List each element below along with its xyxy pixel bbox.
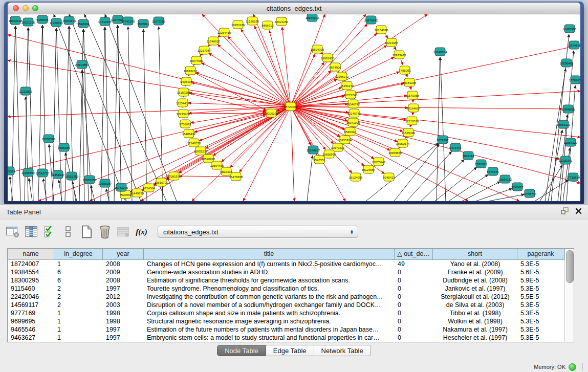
table-cell[interactable]: de Silva et al. (2003) bbox=[433, 301, 517, 309]
graph-node[interactable]: 7485063 bbox=[399, 66, 411, 74]
table-cell[interactable]: 2009 bbox=[103, 268, 144, 276]
table-cell[interactable]: 1 bbox=[54, 325, 103, 334]
table-cell[interactable]: 22420046 bbox=[8, 293, 54, 301]
graph-node[interactable]: 12210341 bbox=[559, 156, 573, 164]
table-cell[interactable]: Investigating the contribution of common… bbox=[144, 293, 395, 301]
function-builder-icon[interactable]: f(x) bbox=[134, 225, 149, 239]
table-cell[interactable]: Yano et al. (2008) bbox=[433, 260, 517, 268]
table-cell[interactable]: 18300295 bbox=[8, 276, 54, 285]
table-cell[interactable]: Hescheler et al. (1997) bbox=[433, 334, 517, 342]
graph-node[interactable]: 11771746 bbox=[344, 91, 358, 99]
table-cell[interactable]: Embryonic stem cells: a model to study s… bbox=[144, 334, 395, 342]
table-cell[interactable]: 6 bbox=[54, 276, 103, 285]
graph-node[interactable]: 16953233 bbox=[194, 147, 208, 155]
table-cell[interactable]: Corpus callosum shape and size in male p… bbox=[144, 309, 395, 317]
graph-node[interactable]: 12215403 bbox=[177, 110, 190, 118]
minimize-window-button[interactable] bbox=[23, 5, 29, 11]
graph-node[interactable]: 9405498 bbox=[180, 77, 192, 85]
graph-node[interactable]: 14654321 bbox=[557, 120, 571, 128]
table-row[interactable]: 911546021997Tourette syndrome. Phenomeno… bbox=[8, 285, 564, 293]
graph-node[interactable]: 16951189 bbox=[231, 20, 245, 29]
graph-node[interactable]: 16961426 bbox=[321, 54, 335, 62]
table-row[interactable]: 1830029562008Estimation of significance … bbox=[8, 276, 564, 285]
zoom-window-button[interactable] bbox=[32, 5, 38, 11]
graph-node[interactable]: 9474444 bbox=[449, 143, 462, 151]
graph-node[interactable]: 16124095 bbox=[349, 173, 363, 181]
table-cell[interactable]: Dudbridge et al. (2008) bbox=[433, 276, 517, 285]
network-canvas[interactable]: 1872400718300295122544191154660212217987… bbox=[8, 14, 580, 201]
column-width-icon[interactable] bbox=[24, 225, 38, 239]
network-graph[interactable]: 1872400718300295122544191154660212217987… bbox=[8, 14, 580, 201]
table-cell[interactable]: 6 bbox=[54, 268, 103, 276]
network-window[interactable]: citations_edges.txt 18724007183002951225… bbox=[4, 2, 584, 204]
delete-table-icon[interactable] bbox=[116, 225, 130, 239]
column-header-short[interactable]: short bbox=[433, 249, 517, 260]
table-cell[interactable]: Stergiakouli et al. (2012) bbox=[433, 293, 517, 301]
graph-node[interactable]: 18724007 bbox=[284, 102, 298, 111]
table-cell[interactable]: Estimation of significance thresholds fo… bbox=[144, 276, 395, 285]
graph-node[interactable]: 10164607 bbox=[407, 104, 421, 112]
table-cell[interactable]: 1 bbox=[54, 260, 103, 268]
table-cell[interactable]: Jankovic et al. (1997) bbox=[433, 285, 517, 293]
table-cell[interactable]: 1 bbox=[54, 309, 103, 317]
graph-node[interactable]: 16151272 bbox=[340, 81, 354, 90]
graph-node[interactable]: 11451947 bbox=[51, 170, 65, 179]
scrollbar-thumb[interactable] bbox=[566, 250, 574, 283]
table-cell[interactable]: Genome-wide association studies in ADHD. bbox=[144, 268, 395, 276]
graph-node[interactable]: 10654112 bbox=[498, 175, 512, 183]
table-cell[interactable]: 1997 bbox=[103, 334, 144, 342]
column-header-year[interactable]: year bbox=[103, 249, 144, 260]
graph-node[interactable]: 12942757 bbox=[36, 169, 50, 177]
memory-indicator-icon[interactable] bbox=[569, 363, 576, 371]
graph-node[interactable]: 15124957 bbox=[362, 165, 376, 173]
table-row[interactable]: 1872400712008Changes of HCN gene express… bbox=[8, 260, 564, 268]
table-cell[interactable]: 1 bbox=[54, 317, 103, 325]
graph-node[interactable]: 20510591 bbox=[75, 60, 89, 69]
graph-node[interactable]: 12217987 bbox=[198, 46, 211, 54]
graph-node[interactable]: 16959574 bbox=[396, 139, 410, 147]
graph-node[interactable]: 16904576 bbox=[62, 16, 76, 25]
table-cell[interactable]: Tourette syndrome. Phenomenology and cla… bbox=[144, 285, 395, 293]
graph-node[interactable]: 16782275 bbox=[115, 183, 128, 191]
table-cell[interactable]: 0 bbox=[395, 317, 433, 325]
graph-node[interactable]: 2935114 bbox=[463, 151, 475, 160]
table-row[interactable]: 1938455462009Genome-wide association stu… bbox=[8, 268, 564, 276]
table-cell[interactable]: 0 bbox=[395, 268, 433, 276]
graph-node[interactable]: 9245412 bbox=[383, 173, 395, 181]
graph-node[interactable]: 10973493 bbox=[393, 51, 406, 59]
graph-node[interactable]: 11156853 bbox=[21, 168, 35, 177]
graph-node[interactable]: 12021256 bbox=[21, 18, 35, 26]
graph-node[interactable]: 9806913 bbox=[262, 21, 274, 29]
graph-node[interactable]: 16476658 bbox=[229, 172, 243, 181]
table-settings-icon[interactable] bbox=[5, 225, 20, 239]
graph-node[interactable]: 10196372 bbox=[335, 72, 349, 80]
graph-node[interactable]: 18164302 bbox=[306, 14, 319, 21]
graph-node[interactable]: 12216513 bbox=[405, 117, 419, 125]
table-cell[interactable]: 2012 bbox=[103, 293, 144, 301]
graph-node[interactable]: 10738744 bbox=[523, 189, 537, 198]
graph-node[interactable]: 12610731 bbox=[155, 178, 168, 186]
table-cell[interactable]: 2 bbox=[54, 301, 103, 309]
table-cell[interactable]: 19384554 bbox=[8, 268, 54, 276]
network-window-titlebar[interactable]: citations_edges.txt bbox=[8, 3, 580, 14]
table-cell[interactable]: 5.3E-5 bbox=[517, 325, 564, 334]
graph-node[interactable]: 15485432 bbox=[182, 129, 196, 138]
graph-node[interactable]: 26206503 bbox=[42, 135, 56, 143]
table-cell[interactable]: 0 bbox=[395, 285, 433, 293]
table-cell[interactable]: 0 bbox=[395, 334, 433, 342]
graph-node[interactable]: 20876842 bbox=[364, 16, 378, 24]
table-cell[interactable]: 1998 bbox=[103, 309, 144, 317]
graph-node[interactable]: 11546602 bbox=[207, 37, 221, 45]
table-row[interactable]: 1456911722003Disruption of a novel membe… bbox=[8, 301, 564, 309]
table-cell[interactable]: Estimation of the future numbers of pati… bbox=[144, 325, 395, 334]
table-row[interactable]: 946554611997Estimation of the future num… bbox=[8, 325, 564, 334]
table-cell[interactable]: Wolkin et al. (1998) bbox=[433, 317, 517, 325]
column-header-title[interactable]: title bbox=[144, 249, 395, 260]
graph-node[interactable]: 15998885 bbox=[561, 105, 575, 113]
table-cell[interactable]: 5.5E-5 bbox=[517, 293, 564, 301]
table-cell[interactable]: 1997 bbox=[103, 325, 144, 334]
graph-node[interactable]: 10962198 bbox=[9, 16, 23, 25]
table-cell[interactable]: 5.3E-5 bbox=[517, 260, 564, 268]
table-cell[interactable]: 2 bbox=[54, 285, 103, 293]
column-header-name[interactable]: name bbox=[8, 249, 54, 260]
